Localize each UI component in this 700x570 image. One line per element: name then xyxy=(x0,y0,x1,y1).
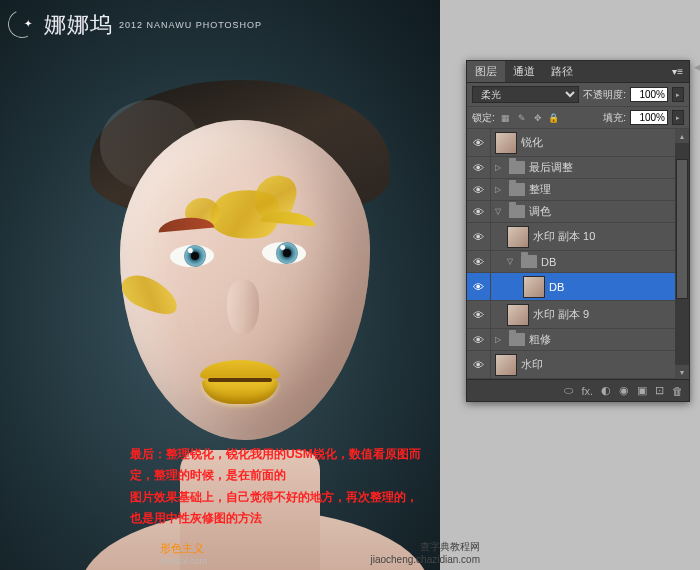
top-watermark: 娜娜坞 2012 NANAWU PHOTOSHOP xyxy=(8,10,262,40)
folder-icon xyxy=(509,161,525,174)
layer-row[interactable]: 👁锐化 xyxy=(467,129,689,157)
fill-input[interactable] xyxy=(630,110,668,125)
tab-channels[interactable]: 通道 xyxy=(505,61,543,82)
lock-icons: ▦ ✎ ✥ 🔒 xyxy=(499,111,561,125)
folder-icon xyxy=(509,183,525,196)
visibility-toggle[interactable]: 👁 xyxy=(467,223,491,250)
chevron-down-icon[interactable]: ▽ xyxy=(507,257,517,266)
layer-name[interactable]: 调色 xyxy=(529,204,551,219)
layer-list: 👁锐化👁▷最后调整👁▷整理👁▽调色👁水印 副本 10👁▽DB👁DB👁水印 副本 … xyxy=(467,129,689,379)
visibility-toggle[interactable]: 👁 xyxy=(467,157,491,178)
visibility-toggle[interactable]: 👁 xyxy=(467,329,491,350)
visibility-toggle[interactable]: 👁 xyxy=(467,201,491,222)
layer-content: 水印 副本 10 xyxy=(491,223,689,250)
layer-name[interactable]: 水印 xyxy=(521,357,543,372)
tab-layers[interactable]: 图层 xyxy=(467,61,505,82)
layer-thumbnail[interactable] xyxy=(495,132,517,154)
new-layer-icon[interactable]: ⊡ xyxy=(655,384,664,397)
blend-opacity-row: 柔光 不透明度: ▸ xyxy=(467,83,689,107)
scroll-up-icon[interactable]: ▴ xyxy=(675,129,689,143)
layer-row[interactable]: 👁▽调色 xyxy=(467,201,689,223)
bottom-brand: 形色主义 swcool.com xyxy=(160,541,207,566)
mask-icon[interactable]: ◐ xyxy=(601,384,611,397)
chevron-right-icon[interactable]: ▷ xyxy=(495,335,505,344)
fill-label: 填充: xyxy=(603,111,626,125)
layers-panel: 图层 通道 路径 ▾≡ 柔光 不透明度: ▸ 锁定: ▦ ✎ ✥ 🔒 xyxy=(466,60,690,402)
workspace-gray: ◀▶ 图层 通道 路径 ▾≡ 柔光 不透明度: ▸ 锁定: ▦ ✎ xyxy=(440,0,700,570)
tab-paths[interactable]: 路径 xyxy=(543,61,581,82)
lock-fill-row: 锁定: ▦ ✎ ✥ 🔒 填充: ▸ xyxy=(467,107,689,129)
visibility-toggle[interactable]: 👁 xyxy=(467,273,491,300)
lock-position-icon[interactable]: ✥ xyxy=(531,111,545,125)
brand-url: swcool.com xyxy=(160,556,207,566)
layer-name[interactable]: DB xyxy=(549,281,564,293)
layer-content: ▷整理 xyxy=(491,179,689,200)
canvas-area: 娜娜坞 2012 NANAWU PHOTOSHOP 最后：整理锐化，锐化 xyxy=(0,0,440,570)
visibility-toggle[interactable]: 👁 xyxy=(467,351,491,378)
fill-dropdown-icon[interactable]: ▸ xyxy=(672,110,684,125)
layer-name[interactable]: 锐化 xyxy=(521,135,543,150)
scroll-thumb[interactable] xyxy=(676,159,688,299)
layer-row[interactable]: 👁▷粗修 xyxy=(467,329,689,351)
panel-footer: ⬭ fx. ◐ ◉ ▣ ⊡ 🗑 xyxy=(467,379,689,401)
layer-thumbnail[interactable] xyxy=(495,354,517,376)
visibility-toggle[interactable]: 👁 xyxy=(467,179,491,200)
layer-content: ▷最后调整 xyxy=(491,157,689,178)
annotation-line-1: 最后：整理锐化，锐化我用的USM锐化，数值看原图而定，整理的时候，是在前面的 xyxy=(130,444,428,487)
scroll-down-icon[interactable]: ▾ xyxy=(675,365,689,379)
layer-thumbnail[interactable] xyxy=(507,304,529,326)
layer-row[interactable]: 👁▷整理 xyxy=(467,179,689,201)
opacity-input[interactable] xyxy=(630,87,668,102)
layer-content: ▷粗修 xyxy=(491,329,689,350)
chevron-right-icon[interactable]: ▷ xyxy=(495,163,505,172)
layer-name[interactable]: 整理 xyxy=(529,182,551,197)
layer-row[interactable]: 👁水印 副本 9 xyxy=(467,301,689,329)
layer-row[interactable]: 👁▽DB xyxy=(467,251,689,273)
lock-all-icon[interactable]: 🔒 xyxy=(547,111,561,125)
panel-tabs: 图层 通道 路径 ▾≡ xyxy=(467,61,689,83)
panel-menu-icon[interactable]: ▾≡ xyxy=(666,66,689,77)
layers-scrollbar[interactable]: ▴ ▾ xyxy=(675,129,689,379)
visibility-toggle[interactable]: 👁 xyxy=(467,251,491,272)
layer-content: DB xyxy=(491,273,689,300)
layer-row[interactable]: 👁水印 副本 10 xyxy=(467,223,689,251)
panel-collapse-icon[interactable]: ◀▶ xyxy=(694,62,700,76)
watermark-title: 娜娜坞 xyxy=(44,10,113,40)
layer-name[interactable]: 水印 副本 10 xyxy=(533,229,595,244)
layer-thumbnail[interactable] xyxy=(523,276,545,298)
annotation-line-2: 图片效果基础上，自己觉得不好的地方，再次整理的，也是用中性灰修图的方法 xyxy=(130,487,428,530)
blend-mode-select[interactable]: 柔光 xyxy=(472,86,579,103)
layer-name[interactable]: 最后调整 xyxy=(529,160,573,175)
adjustment-icon[interactable]: ◉ xyxy=(619,384,629,397)
layer-content: 水印 xyxy=(491,351,689,378)
fx-icon[interactable]: fx. xyxy=(581,385,593,397)
visibility-toggle[interactable]: 👁 xyxy=(467,301,491,328)
chevron-down-icon[interactable]: ▽ xyxy=(495,207,505,216)
layer-name[interactable]: 水印 副本 9 xyxy=(533,307,589,322)
trash-icon[interactable]: 🗑 xyxy=(672,385,683,397)
watermark-subtitle: 2012 NANAWU PHOTOSHOP xyxy=(119,20,262,30)
brand-name: 形色主义 xyxy=(160,542,204,554)
layer-thumbnail[interactable] xyxy=(507,226,529,248)
corner-url: jiaocheng.chazidian.com xyxy=(370,553,480,566)
lock-transparency-icon[interactable]: ▦ xyxy=(499,111,513,125)
visibility-toggle[interactable]: 👁 xyxy=(467,129,491,156)
folder-icon xyxy=(521,255,537,268)
chevron-right-icon[interactable]: ▷ xyxy=(495,185,505,194)
layer-row[interactable]: 👁水印 xyxy=(467,351,689,379)
lock-pixels-icon[interactable]: ✎ xyxy=(515,111,529,125)
layer-name[interactable]: 粗修 xyxy=(529,332,551,347)
layer-content: ▽DB xyxy=(491,251,689,272)
lock-label: 锁定: xyxy=(472,111,495,125)
opacity-label: 不透明度: xyxy=(583,88,626,102)
layer-row[interactable]: 👁DB xyxy=(467,273,689,301)
group-icon[interactable]: ▣ xyxy=(637,384,647,397)
corner-watermark: 查字典教程网 jiaocheng.chazidian.com xyxy=(370,540,480,566)
layer-content: ▽调色 xyxy=(491,201,689,222)
folder-icon xyxy=(509,333,525,346)
layer-content: 水印 副本 9 xyxy=(491,301,689,328)
opacity-dropdown-icon[interactable]: ▸ xyxy=(672,87,684,102)
layer-name[interactable]: DB xyxy=(541,256,556,268)
layer-row[interactable]: 👁▷最后调整 xyxy=(467,157,689,179)
link-layers-icon[interactable]: ⬭ xyxy=(564,384,573,397)
